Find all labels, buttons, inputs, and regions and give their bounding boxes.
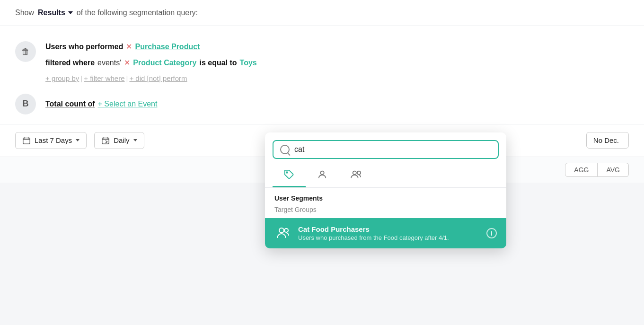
agg-button[interactable]: AGG (565, 163, 598, 177)
section-sublabel: Target Groups (265, 205, 506, 218)
events-apostrophe-label: events' (97, 57, 121, 69)
users-who-performed-label: Users who performed (45, 41, 123, 53)
svg-point-9 (320, 171, 324, 175)
svg-point-10 (353, 171, 356, 175)
svg-point-12 (279, 228, 284, 233)
search-box (273, 140, 499, 159)
calendar-icon (22, 136, 31, 145)
granularity-button[interactable]: Daily (94, 132, 144, 149)
delete-row-button[interactable]: 🗑 (15, 41, 36, 62)
filter-where-link[interactable]: + filter where (84, 73, 124, 84)
remove-product-category-icon[interactable]: ✕ (124, 57, 130, 69)
section-label: User Segments (265, 188, 506, 205)
product-category-link[interactable]: Product Category (133, 57, 196, 69)
query-lines: Users who performed ✕ Purchase Product f… (45, 39, 257, 84)
date-range-button[interactable]: Last 7 Days (15, 132, 87, 149)
svg-rect-0 (23, 138, 30, 144)
result-item-text: Cat Food Purchasers Users who purchased … (298, 225, 480, 241)
result-item-info-button[interactable]: i (486, 228, 497, 238)
search-icon (280, 145, 290, 154)
svg-point-11 (357, 171, 361, 175)
avg-button[interactable]: AVG (598, 163, 629, 177)
page-container: Show Results of the following segmentati… (0, 0, 644, 325)
query-suffix-label: of the following segmentation query: (77, 9, 198, 17)
results-chevron-icon (68, 11, 73, 14)
search-dropdown: User Segments Target Groups Cat Food Pur… (265, 132, 506, 248)
results-label: Results (38, 9, 65, 17)
row-b: B Total count of + Select an Event (0, 84, 644, 114)
no-dec-button[interactable]: No Dec. (586, 132, 629, 149)
search-input[interactable] (294, 145, 491, 154)
result-item-icon (274, 225, 291, 242)
tab-people[interactable] (339, 166, 374, 187)
date-range-label: Last 7 Days (35, 136, 72, 144)
total-count-label: Total count of (45, 100, 95, 108)
toys-link[interactable]: Toys (240, 57, 257, 69)
people-icon (350, 169, 362, 182)
row-a: 🗑 Users who performed ✕ Purchase Product… (0, 26, 644, 84)
tag-icon (284, 169, 294, 182)
filtered-where-label: filtered where (45, 57, 95, 69)
person-icon (317, 169, 327, 182)
granularity-chevron-icon (133, 139, 137, 141)
show-label: Show (15, 9, 34, 17)
separator-1: | (80, 73, 82, 84)
svg-point-13 (284, 228, 288, 232)
purchase-product-link[interactable]: Purchase Product (135, 41, 200, 53)
select-event-link[interactable]: + Select an Event (98, 100, 158, 108)
group-by-link[interactable]: + group by (45, 73, 79, 84)
result-item-cat-food-purchasers[interactable]: Cat Food Purchasers Users who purchased … (265, 218, 506, 248)
is-equal-to-label: is equal to (199, 57, 237, 69)
trash-icon: 🗑 (21, 47, 30, 57)
tab-tag[interactable] (273, 166, 306, 187)
did-not-perform-link[interactable]: + did [not] perform (129, 73, 187, 84)
query-line-1: Users who performed ✕ Purchase Product (45, 41, 257, 53)
granularity-label: Daily (114, 136, 129, 144)
query-line-3: + group by | + filter where | + did [not… (45, 73, 257, 84)
query-line-2: filtered where events' ✕ Product Categor… (45, 57, 257, 69)
result-item-description: Users who purchased from the Food catego… (298, 234, 480, 241)
tabs-row (265, 164, 506, 188)
separator-2: | (126, 73, 128, 84)
no-dec-label: No Dec. (593, 136, 619, 144)
result-item-title: Cat Food Purchasers (298, 225, 480, 233)
date-range-chevron-icon (76, 139, 79, 141)
svg-point-8 (286, 172, 288, 173)
search-box-wrapper (265, 132, 506, 164)
top-bar: Show Results of the following segmentati… (0, 0, 644, 26)
row-b-indicator: B (15, 94, 36, 114)
remove-purchase-product-icon[interactable]: ✕ (126, 41, 132, 53)
granularity-icon (101, 136, 110, 145)
tab-person[interactable] (306, 166, 339, 187)
results-dropdown-btn[interactable]: Results (38, 9, 73, 17)
